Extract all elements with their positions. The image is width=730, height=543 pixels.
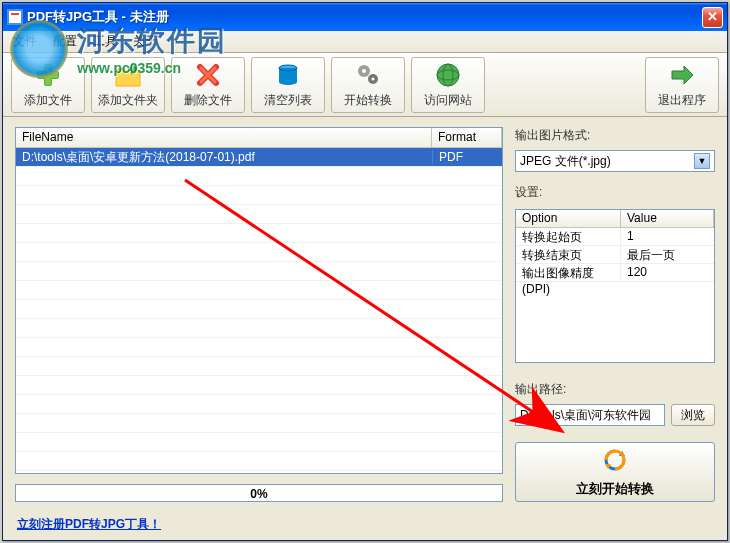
svg-rect-6 <box>38 72 58 78</box>
format-value: JPEG 文件(*.jpg) <box>520 153 611 170</box>
gears-icon <box>354 61 382 89</box>
visit-site-button[interactable]: 访问网站 <box>411 57 485 113</box>
cell-filename: D:\tools\桌面\安卓更新方法(2018-07-01).pdf <box>16 149 432 166</box>
path-input[interactable]: D:\tools\桌面\河东软件园 <box>515 404 665 426</box>
menu-edit[interactable]: 配置 <box>45 31 85 52</box>
browse-button[interactable]: 浏览 <box>671 404 715 426</box>
close-button[interactable]: ✕ <box>702 7 723 28</box>
add-folder-button[interactable]: 添加文件夹 <box>91 57 165 113</box>
settings-label: 设置: <box>515 184 715 201</box>
folder-plus-icon <box>114 61 142 89</box>
col-filename[interactable]: FileName <box>16 128 432 147</box>
register-link[interactable]: 立刻注册PDF转JPG丁具！ <box>17 517 161 531</box>
app-icon <box>7 9 23 25</box>
col-format[interactable]: Format <box>432 128 502 147</box>
globe-icon <box>434 61 462 89</box>
clear-list-label: 清空列表 <box>264 92 312 109</box>
svg-point-14 <box>372 77 375 80</box>
add-file-button[interactable]: 添加文件 <box>11 57 85 113</box>
delete-file-label: 删除文件 <box>184 92 232 109</box>
menu-file[interactable]: 文件 <box>5 31 45 52</box>
settings-row[interactable]: 转换起始页 1 <box>516 228 714 246</box>
refresh-icon <box>602 447 628 476</box>
plus-icon <box>34 61 62 89</box>
format-combo[interactable]: JPEG 文件(*.jpg) ▼ <box>515 150 715 172</box>
add-file-label: 添加文件 <box>24 92 72 109</box>
x-icon <box>194 61 222 89</box>
exit-label: 退出程序 <box>658 92 706 109</box>
titlebar: PDF转JPG工具 - 未注册 ✕ <box>3 3 727 31</box>
footer: 立刻注册PDF转JPG丁具！ <box>3 512 727 540</box>
settings-table[interactable]: Option Value 转换起始页 1 转换结束页 最后一页 输出图像精度(D… <box>515 209 715 363</box>
svg-rect-2 <box>11 13 19 15</box>
table-header: FileName Format <box>16 128 502 148</box>
file-table[interactable]: FileName Format D:\tools\桌面\安卓更新方法(2018-… <box>15 127 503 474</box>
window-title: PDF转JPG工具 - 未注册 <box>27 8 702 26</box>
svg-point-12 <box>362 69 366 73</box>
add-folder-label: 添加文件夹 <box>98 92 158 109</box>
progress-bar: 0% <box>15 484 503 502</box>
start-now-button[interactable]: 立刻开始转换 <box>515 442 715 502</box>
settings-row[interactable]: 转换结束页 最后一页 <box>516 246 714 264</box>
menubar: 文件 配置 工具 关于 <box>3 31 727 53</box>
table-body[interactable]: D:\tools\桌面\安卓更新方法(2018-07-01).pdf PDF <box>16 148 502 473</box>
exit-button[interactable]: 退出程序 <box>645 57 719 113</box>
delete-file-button[interactable]: 删除文件 <box>171 57 245 113</box>
progress-text: 0% <box>16 485 502 503</box>
clear-list-button[interactable]: 清空列表 <box>251 57 325 113</box>
visit-site-label: 访问网站 <box>424 92 472 109</box>
trash-icon <box>274 61 302 89</box>
toolbar: 添加文件 添加文件夹 删除文件 清空列表 开始转换 访问网站 退出程序 <box>3 53 727 117</box>
start-convert-label: 开始转换 <box>344 92 392 109</box>
settings-row[interactable]: 输出图像精度(DPI) 120 <box>516 264 714 282</box>
settings-col-value: Value <box>621 210 714 227</box>
cell-format: PDF <box>432 150 502 164</box>
menu-about[interactable]: 关于 <box>125 31 165 52</box>
menu-tools[interactable]: 工具 <box>85 31 125 52</box>
settings-col-option: Option <box>516 210 621 227</box>
format-label: 输出图片格式: <box>515 127 715 144</box>
chevron-down-icon: ▼ <box>694 153 710 169</box>
svg-rect-8 <box>128 67 138 71</box>
start-convert-button[interactable]: 开始转换 <box>331 57 405 113</box>
start-now-label: 立刻开始转换 <box>576 480 654 498</box>
svg-rect-1 <box>9 11 21 23</box>
arrow-right-icon <box>668 61 696 89</box>
table-row[interactable]: D:\tools\桌面\安卓更新方法(2018-07-01).pdf PDF <box>16 148 502 166</box>
path-label: 输出路径: <box>515 381 715 398</box>
